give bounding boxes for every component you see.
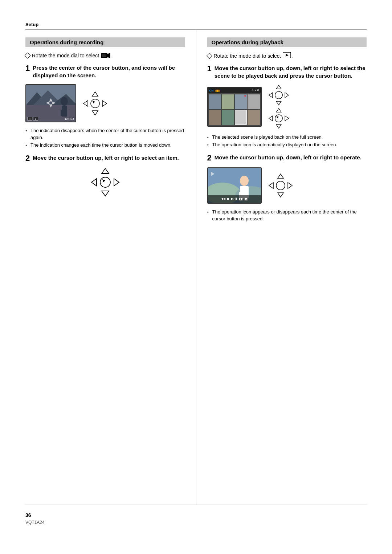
thumb-cell-5: [209, 110, 221, 125]
ctrl-stop: ⏹: [227, 197, 230, 200]
svg-marker-31: [286, 54, 289, 57]
svg-rect-11: [61, 110, 63, 116]
model-number-2: VQT1A24: [25, 520, 45, 525]
bottom-rule: [25, 505, 367, 505]
right-step1-bullet-1: The selected scene is played back on the…: [207, 134, 367, 141]
svg-point-55: [276, 181, 285, 190]
thumb-icons: ⊙ ✕ ⚙: [252, 89, 260, 92]
ctrl-record: ⏺: [245, 197, 248, 200]
playback-screen: ◀◀ ⏹ ▶/⏸ ▶▶ ⏺: [207, 167, 262, 204]
playback-mode-svg: [283, 52, 291, 58]
svg-point-22: [91, 99, 99, 108]
ctrl-forward: ▶▶: [239, 197, 243, 200]
right-step1-number: 1: [207, 64, 212, 73]
left-step1-image-row: ⬛ ℹ 12:RET: [25, 84, 185, 122]
left-step2-number: 2: [25, 154, 30, 163]
icon-box-1-content: ⬛: [29, 118, 31, 120]
left-step2: 2 Move the cursor button up, left or rig…: [25, 154, 185, 163]
svg-marker-15: [46, 101, 49, 104]
icon-box-1: ⬛: [27, 117, 32, 121]
svg-rect-12: [65, 110, 67, 116]
svg-marker-52: [278, 193, 283, 197]
svg-marker-20: [83, 101, 88, 106]
left-section-title: Operations during recording: [25, 37, 185, 47]
svg-marker-16: [53, 101, 56, 104]
right-step2-text: Move the cursor button up, down, left or…: [215, 154, 367, 161]
right-step1-dpads: [268, 85, 289, 129]
right-section-title: Operations during playback: [207, 37, 367, 47]
svg-marker-40: [285, 116, 289, 121]
svg-point-9: [61, 97, 68, 106]
right-step2-number: 2: [207, 154, 212, 162]
diamond-icon-left: [25, 53, 31, 59]
header-label: Setup: [25, 22, 367, 27]
thumb-screen: ON ▮▮▮ ⊙ ✕ ⚙: [207, 87, 262, 127]
right-dpad2-svg: [268, 108, 289, 129]
svg-marker-33: [276, 101, 281, 105]
right-period: .: [291, 53, 293, 59]
left-step1-bullet-2: The indication changes each time the cur…: [25, 142, 185, 149]
thumb-cell-4: [248, 94, 260, 109]
svg-marker-35: [285, 93, 289, 98]
svg-marker-1: [107, 53, 110, 58]
svg-marker-13: [49, 98, 52, 101]
thumb-battery: ▮▮▮: [215, 89, 220, 92]
svg-marker-42: [277, 116, 279, 118]
thumb-bottom-bar: 〈 1 / 2 〉: [208, 126, 261, 127]
svg-marker-29: [102, 179, 105, 182]
svg-marker-23: [93, 101, 95, 103]
left-mode-dial-line: Rotate the mode dial to select .: [25, 52, 185, 59]
svg-point-41: [275, 115, 282, 122]
content-area: Operations during recording Rotate the m…: [25, 30, 367, 505]
left-mode-dial-text: Rotate the mode dial to select: [32, 53, 99, 58]
left-step1-number: 1: [25, 64, 30, 73]
playback-mode-icon: [283, 52, 291, 59]
right-column: Operations during playback Rotate the mo…: [196, 30, 367, 505]
thumb-cell-8: [248, 110, 260, 125]
right-mode-dial-line: Rotate the mode dial to select .: [207, 52, 367, 59]
right-mode-dial-text: Rotate the mode dial to select: [214, 53, 281, 59]
camcorder-svg: [101, 52, 110, 59]
icon-box-2-content: ℹ: [35, 118, 36, 120]
right-step1-text: Move the cursor button up, down, left or…: [215, 64, 367, 80]
right-step2-bullets: The operation icon appears or disappears…: [207, 209, 367, 223]
thumb-grid: [208, 93, 261, 126]
page-number: 36: [25, 512, 31, 518]
svg-marker-38: [276, 125, 281, 128]
left-step1-bullet-1: The indication disappears when the cente…: [25, 127, 185, 141]
cursor-indicator-svg: [45, 97, 56, 108]
svg-point-28: [100, 177, 110, 187]
thumb-on-text: ON: [209, 89, 214, 92]
camera-screen: ⬛ ℹ 12:RET: [25, 84, 76, 122]
right-step1-bullets: The selected scene is played back on the…: [207, 134, 367, 148]
icon-box-2: ℹ: [33, 117, 38, 121]
svg-rect-2: [102, 54, 106, 57]
left-step2-text: Move the cursor button up, left or right…: [33, 154, 185, 162]
svg-marker-34: [269, 93, 272, 98]
right-dpad1-svg: [268, 85, 289, 106]
period-text: .: [111, 53, 113, 58]
svg-marker-26: [91, 179, 97, 186]
screen-timer: 12:RET: [65, 117, 74, 121]
svg-marker-25: [102, 191, 109, 196]
svg-marker-51: [278, 174, 283, 178]
svg-marker-19: [92, 111, 98, 115]
thumb-top-bar: ON ▮▮▮ ⊙ ✕ ⚙: [208, 87, 261, 93]
dpad-step2-svg: [91, 168, 120, 197]
svg-marker-24: [102, 168, 109, 174]
diamond-icon-right: [206, 53, 212, 59]
svg-marker-32: [276, 85, 281, 89]
left-column: Operations during recording Rotate the m…: [25, 30, 196, 505]
svg-marker-37: [276, 109, 281, 112]
svg-point-36: [275, 91, 282, 99]
right-step2: 2 Move the cursor button up, down, left …: [207, 154, 367, 162]
right-step1: 1 Move the cursor button up, down, left …: [207, 64, 367, 80]
ctrl-play-pause: ▶/⏸: [231, 197, 237, 200]
svg-point-46: [240, 176, 249, 186]
svg-marker-18: [92, 92, 98, 96]
left-step1-bullets: The indication disappears when the cente…: [25, 127, 185, 149]
movie-cam-icon: [101, 52, 110, 59]
left-step2-dpad-container: [25, 168, 185, 197]
dpad-step1-left: [83, 91, 107, 116]
svg-marker-14: [49, 105, 52, 107]
